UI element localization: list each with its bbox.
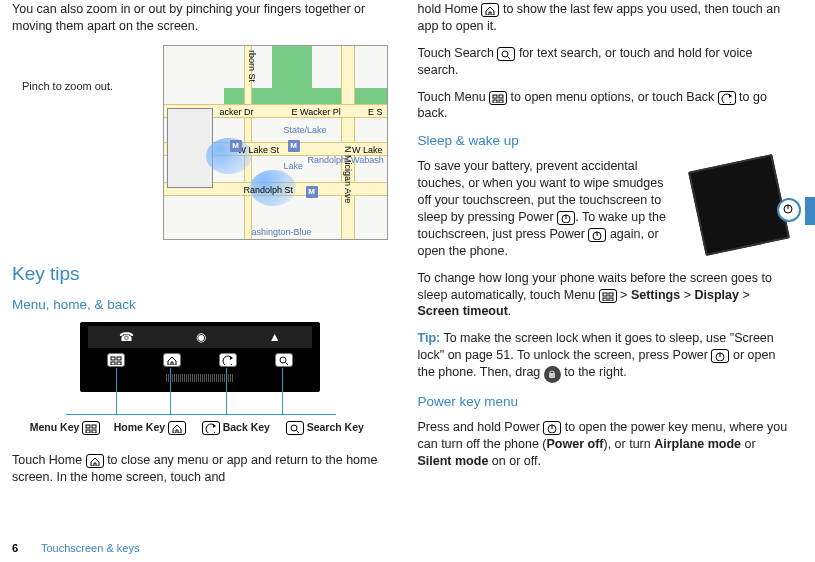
power-icon — [777, 198, 801, 222]
map-marker-icon: M — [306, 186, 318, 198]
home-paragraph-1: Touch Home to close any menu or app and … — [12, 452, 388, 486]
street-label: E S — [368, 106, 383, 118]
search-icon — [275, 353, 293, 367]
heading-sleep-wake: Sleep & wake up — [418, 132, 794, 150]
home-icon — [168, 421, 186, 435]
power-paragraph: Press and hold Power to open the power k… — [418, 419, 794, 470]
map-caption: Pinch to zoom out. — [22, 79, 113, 94]
search-paragraph: Touch Search for text search, or touch a… — [418, 45, 794, 79]
unlock-icon — [544, 366, 561, 383]
street-label: W Lake St — [238, 144, 280, 156]
home-icon — [86, 454, 104, 468]
street-label: rborn St — [246, 50, 258, 82]
search-icon — [286, 421, 304, 435]
heading-menu-home-back: Menu, home, & back — [12, 296, 388, 314]
search-key-label: Search Key — [307, 421, 364, 433]
menu-paragraph: Touch Menu to open menu options, or touc… — [418, 89, 794, 123]
station-label: Randolph/ Wabash — [308, 156, 384, 165]
home-icon — [481, 3, 499, 17]
back-icon — [202, 421, 220, 435]
intro-text: You can also zoom in or out by pinching … — [12, 1, 388, 35]
map-image: rborn St N Micigan Ave acker Dr E Wacker… — [163, 45, 388, 240]
station-label: State/Lake — [284, 124, 327, 136]
tip-paragraph: Tip: To make the screen lock when it goe… — [418, 330, 794, 382]
heading-power-menu: Power key menu — [418, 393, 794, 411]
power-icon — [711, 349, 729, 363]
menu-key-label: Menu Key — [30, 421, 80, 433]
home-key-label: Home Key — [114, 421, 165, 433]
map-marker-icon: M — [288, 140, 300, 152]
station-label: Lake — [284, 160, 304, 172]
phone-power-figure — [688, 162, 793, 257]
tip-label: Tip: — [418, 331, 441, 345]
menu-icon — [489, 91, 507, 105]
street-label: Randolph St — [244, 184, 294, 196]
street-label: acker Dr — [220, 106, 254, 118]
section-name: Touchscreen & keys — [41, 542, 139, 554]
power-icon — [588, 228, 606, 242]
back-icon — [219, 353, 237, 367]
power-icon — [557, 211, 575, 225]
home-paragraph-2: hold Home to show the last few apps you … — [418, 1, 794, 35]
search-icon — [497, 47, 515, 61]
phone-keys-figure: ☎◉▲ Menu Key Home Key Back Key Search Ke… — [30, 322, 370, 442]
heading-key-tips: Key tips — [12, 261, 388, 287]
menu-icon — [107, 353, 125, 367]
timeout-paragraph: To change how long your phone waits befo… — [418, 270, 794, 321]
home-icon — [163, 353, 181, 367]
power-icon — [543, 421, 561, 435]
menu-icon — [82, 421, 100, 435]
map-figure: Pinch to zoom out. rborn St N Micigan Av… — [12, 45, 388, 245]
back-key-label: Back Key — [223, 421, 270, 433]
back-icon — [718, 91, 736, 105]
map-marker-icon: M — [230, 140, 242, 152]
station-label: ashington-Blue — [252, 226, 312, 238]
page-footer: 6 Touchscreen & keys — [12, 541, 139, 556]
street-label: E Wacker Pl — [292, 106, 341, 118]
page-number: 6 — [12, 542, 18, 554]
menu-icon — [599, 289, 617, 303]
